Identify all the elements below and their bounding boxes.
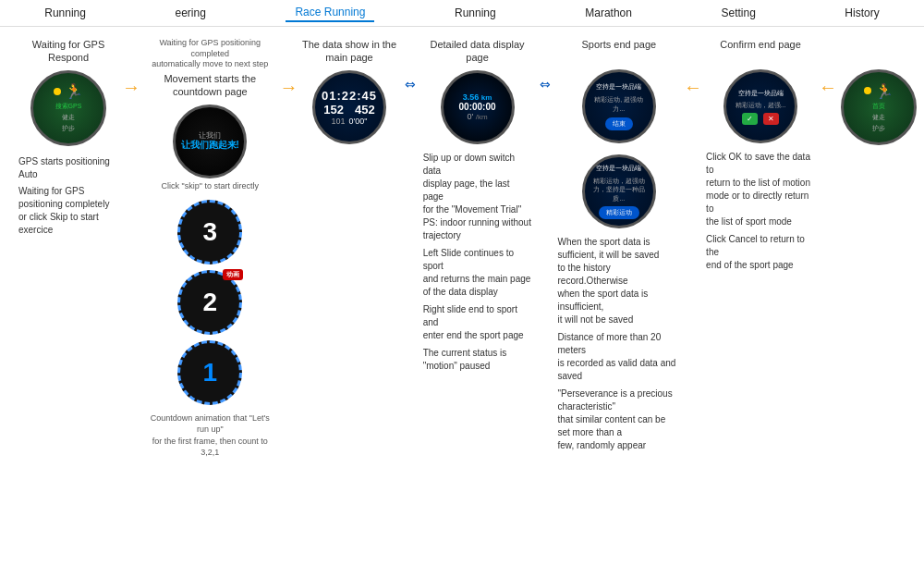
arrow-6: ← xyxy=(815,38,841,98)
nav-history[interactable]: History xyxy=(835,5,888,21)
stage-confirm: Confirm end page 空持是一块品端 精彩运动，超强... ✓ ✕ … xyxy=(706,38,815,272)
detail-notes: Slip up or down switch datadisplay page,… xyxy=(423,152,532,373)
stage-countdown: Waiting for GPS positioning completedaut… xyxy=(144,38,275,459)
countdown-2: 2 动画 xyxy=(177,270,242,335)
arrow-3: ⇔ xyxy=(397,38,423,92)
confirm-notes: Click OK to save the data toreturn to th… xyxy=(706,151,815,272)
stage-detail: Detailed data displaypage 3.56 km 00:00:… xyxy=(423,38,532,373)
top-navigation: Running eering Race Running Running Mara… xyxy=(0,0,924,27)
countdown-note: Countdown animation that "Let's run up"f… xyxy=(144,412,275,459)
stage-confirm-title: Confirm end page xyxy=(720,38,800,64)
stage-end-gps: 🏃 首页 健走 护步 xyxy=(841,38,917,145)
countdown-above-annotation: Waiting for GPS positioning completedaut… xyxy=(144,38,275,70)
nav-race-running[interactable]: Race Running xyxy=(286,4,374,22)
animation-badge: 动画 xyxy=(223,269,243,280)
skip-note: Click "skip" to start directly xyxy=(162,181,259,191)
stage-main: The data show in the main page 01:22:45 … xyxy=(301,38,396,144)
stage-gps: Waiting for GPS Respond 🏃 搜索GPS 健走 护步 GP… xyxy=(18,38,118,237)
gps-watch: 🏃 搜索GPS 健走 护步 xyxy=(30,70,106,146)
nav-setting[interactable]: Setting xyxy=(711,5,764,21)
stage-gps-notes: GPS starts positioning Auto Waiting for … xyxy=(18,155,118,237)
stage-sports-end: Sports end page 空持是一块品端 精彩运动, 超强动力... 结束… xyxy=(558,38,681,452)
countdown-1: 1 xyxy=(177,340,242,405)
arrow-5: ← xyxy=(680,38,706,98)
confirm-watch: 空持是一块品端 精彩运动，超强... ✓ ✕ xyxy=(723,69,797,143)
nav-eering[interactable]: eering xyxy=(166,5,215,21)
stage-sports-end-title: Sports end page xyxy=(581,38,656,64)
main-data-watch: 01:22:45 152 452 101 0'00" xyxy=(312,70,386,144)
nav-running[interactable]: Running xyxy=(35,5,95,21)
detail-watch: 3.56 km 00:00:00 0' /km xyxy=(441,70,515,144)
arrow-1: → xyxy=(118,38,144,98)
continue-btn[interactable]: 精彩运动 xyxy=(599,206,639,219)
nav-marathon[interactable]: Marathon xyxy=(576,5,641,21)
confirm-cancel-btn[interactable]: ✕ xyxy=(763,113,779,125)
arrow-2: → xyxy=(275,38,301,98)
stage-gps-title: Waiting for GPS Respond xyxy=(18,38,118,65)
end-gps-watch: 🏃 首页 健走 护步 xyxy=(841,69,917,145)
sports-end-notes: When the sport data issufficient, it wil… xyxy=(558,236,681,452)
stage-countdown-title: Movement starts thecountdown page xyxy=(164,72,256,99)
stage-main-title: The data show in the main page xyxy=(301,38,396,65)
arrow-4: ⇔ xyxy=(532,38,558,92)
confirm-ok-btn[interactable]: ✓ xyxy=(742,113,758,125)
countdown-watch: 让我们 让我们跑起来! xyxy=(173,105,247,178)
sports-end-watch-bottom: 空持是一块品端 精彩运动，超强动力，坚持是一种品质... 精彩运动 xyxy=(582,154,656,228)
stage-detail-title: Detailed data displaypage xyxy=(431,38,525,65)
stage-end-title xyxy=(877,38,880,64)
end-button[interactable]: 结束 xyxy=(605,117,633,130)
countdown-3: 3 xyxy=(177,200,242,264)
sports-end-watch-top: 空持是一块品端 精彩运动, 超强动力... 结束 xyxy=(582,69,656,143)
nav-running2[interactable]: Running xyxy=(445,5,505,21)
